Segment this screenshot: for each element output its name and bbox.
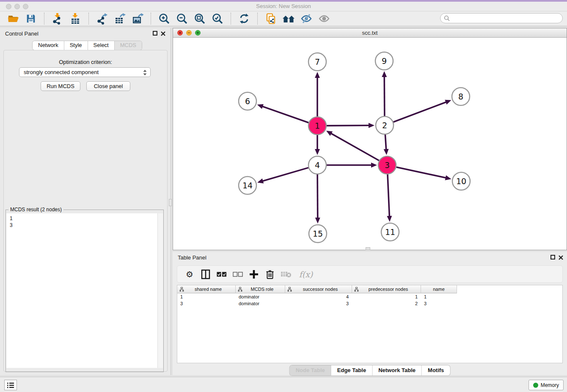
memory-button[interactable]: Memory [528,380,564,390]
table-row[interactable]: 1 dominator 4 1 1 [177,293,562,300]
import-table-icon[interactable] [69,12,82,25]
tab-edge-table[interactable]: Edge Table [331,365,372,375]
graph-edge-3-10[interactable] [396,167,446,178]
column-type-icon [354,287,359,292]
run-mcds-button[interactable]: Run MCDS [41,81,80,91]
graph-edge-arrowhead [315,218,320,224]
open-folder-icon[interactable] [6,12,20,25]
graph-node-label: 2 [382,121,387,130]
cell-shared-name[interactable]: 1 [177,293,236,300]
node-table: shared name MCDS role successor [177,285,563,363]
refresh-layout-icon[interactable] [237,12,251,25]
delete-column-icon[interactable] [264,269,275,280]
search-icon [444,15,450,21]
graph-edge-3-1[interactable] [330,133,379,161]
cell-mcds-role[interactable]: dominator [236,300,285,307]
close-table-panel-icon[interactable] [558,254,564,260]
tab-node-table[interactable]: Node Table [290,365,331,375]
graph-edge-4-15[interactable] [317,174,318,218]
copy-network-icon[interactable] [264,12,278,25]
hide-selected-icon[interactable] [300,12,313,25]
network-graph[interactable]: 7968124314101511 [173,38,567,250]
fx-label: f(x) [299,270,313,279]
float-panel-icon[interactable] [153,31,157,36]
float-table-panel-icon[interactable] [550,255,555,259]
zoom-fit-icon[interactable] [193,12,206,25]
cell-name[interactable]: 3 [421,300,457,307]
delete-table-icon[interactable] [281,269,292,280]
mcds-result-list[interactable]: 1 3 [6,213,163,368]
tab-style[interactable]: Style [64,41,88,50]
table-row[interactable]: 3 dominator 3 2 3 [177,300,562,307]
graph-edge-2-8[interactable] [394,102,447,122]
column-header-predecessor-nodes[interactable]: predecessor nodes [352,285,421,293]
export-table-icon[interactable] [113,12,127,25]
first-neighbors-icon[interactable] [282,12,295,25]
function-builder-icon[interactable]: f(x) [297,269,315,280]
close-panel-icon[interactable] [160,30,166,36]
export-network-icon[interactable] [95,12,109,25]
cell-predecessor-nodes[interactable]: 1 [352,293,421,300]
column-type-icon [287,287,292,292]
graph-edge-arrowhead [387,216,392,222]
graph-node-label: 11 [385,227,395,237]
close-panel-button[interactable]: Close panel [86,81,130,91]
show-columns-icon[interactable] [200,269,211,280]
column-header-successor-nodes[interactable]: successor nodes [285,285,352,293]
select-all-checkboxes-icon[interactable] [216,269,227,280]
column-header-name[interactable]: name [421,285,457,293]
control-panel-title: Control Panel [5,30,39,37]
graph-edge-3-11[interactable] [388,174,389,217]
tab-network[interactable]: Network [33,41,64,50]
tab-motifs[interactable]: Motifs [422,365,450,375]
add-column-icon[interactable] [248,269,259,280]
horizontal-splitter-handle[interactable] [366,247,370,250]
search-input[interactable] [452,14,562,22]
graph-edge-4-14[interactable] [262,168,308,181]
graph-edge-1-2[interactable] [327,125,369,126]
vertical-splitter-handle[interactable] [169,199,172,206]
save-icon[interactable] [24,12,38,25]
result-value: 3 [6,222,163,229]
graph-edge-arrowhead [369,123,374,128]
tab-mcds[interactable]: MCDS [115,41,142,50]
zoom-in-icon[interactable] [157,12,171,25]
show-all-icon[interactable] [317,12,331,25]
search-field[interactable] [440,13,563,23]
graph-edge-arrowhead [445,100,451,105]
control-panel: Control Panel Network Style Select MCDS … [0,28,171,375]
gear-icon[interactable]: ⚙ [184,269,195,280]
export-image-icon[interactable] [131,12,144,25]
mcds-result-title: MCDS result (2 nodes) [8,207,63,213]
import-network-icon[interactable] [51,12,64,25]
cell-successor-nodes[interactable]: 4 [285,293,352,300]
toolbar-separator [151,13,151,25]
network-canvas[interactable]: 7968124314101511 [173,38,567,250]
column-header-mcds-role[interactable]: MCDS role [236,285,285,293]
result-scrollbar[interactable] [157,213,163,368]
zoom-selected-icon[interactable] [211,12,224,25]
graph-edge-2-3[interactable] [385,135,386,150]
graph-node-label: 8 [458,92,463,101]
result-value: 1 [6,215,163,222]
tab-network-table[interactable]: Network Table [372,365,422,375]
cell-successor-nodes[interactable]: 3 [285,300,352,307]
column-header-shared-name[interactable]: shared name [177,285,236,293]
cell-predecessor-nodes[interactable]: 2 [352,300,421,307]
status-bar: Memory [0,377,567,392]
network-window-titlebar[interactable]: scc.txt [173,28,567,38]
graph-edge-2-9[interactable] [384,76,385,116]
table-panel: Table Panel ⚙ [173,252,567,375]
cell-shared-name[interactable]: 3 [177,300,236,307]
graph-edge-1-6[interactable] [262,106,308,123]
mcds-result-group: MCDS result (2 nodes) 1 3 [6,210,164,372]
memory-label: Memory [541,382,559,388]
zoom-out-icon[interactable] [175,12,189,25]
tab-select[interactable]: Select [88,41,115,50]
optimization-criterion-select[interactable]: strongly connected component [19,67,151,77]
task-history-button[interactable] [4,380,17,390]
cell-name[interactable]: 1 [421,293,457,300]
deselect-all-checkboxes-icon[interactable] [232,269,243,280]
toolbar-separator [44,13,44,25]
cell-mcds-role[interactable]: dominator [236,293,285,300]
